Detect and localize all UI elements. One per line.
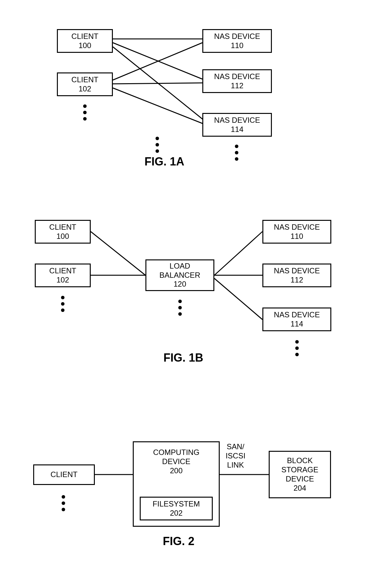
l3: LINK — [227, 461, 244, 469]
ref: 120 — [174, 280, 186, 289]
l2: STORAGE — [281, 465, 318, 475]
fig1b-dots-clients — [61, 296, 64, 312]
fig1a-client-100: CLIENT 100 — [57, 29, 113, 53]
fig1a-caption: FIG. 1A — [136, 155, 193, 168]
l3: DEVICE — [286, 475, 314, 484]
label: NAS DEVICE — [274, 223, 320, 232]
fig1a-nas-114: NAS DEVICE 114 — [202, 113, 272, 137]
label: NAS DEVICE — [214, 32, 260, 41]
ref: 110 — [291, 232, 303, 241]
ref: 112 — [231, 81, 243, 90]
fig2-dots-clients — [62, 495, 65, 511]
fig1a-dots-nas — [235, 145, 238, 161]
ref: 114 — [231, 125, 243, 134]
fig2-client: CLIENT — [33, 464, 95, 485]
l1: SAN/ — [227, 442, 244, 451]
fig1a-nas-110: NAS DEVICE 110 — [202, 29, 272, 53]
fig2-link-label: SAN/ ISCSI LINK — [221, 442, 250, 469]
fig1b-load-balancer: LOAD BALANCER 120 — [145, 259, 214, 291]
ref: 112 — [291, 276, 303, 285]
fig1b-nas-112: NAS DEVICE 112 — [262, 264, 331, 287]
label2: DEVICE — [162, 457, 190, 466]
label: LOAD — [169, 262, 190, 271]
label: NAS DEVICE — [274, 266, 320, 276]
label: FILESYSTEM — [153, 500, 200, 509]
label: CLIENT — [49, 266, 76, 276]
fig1a-dots-mid — [156, 137, 159, 153]
fig1b-nas-110: NAS DEVICE 110 — [262, 220, 331, 244]
fig1b-nas-114: NAS DEVICE 114 — [262, 308, 331, 331]
svg-line-2 — [113, 47, 204, 120]
label: COMPUTING — [153, 448, 199, 457]
label: CLIENT — [49, 223, 76, 232]
svg-line-10 — [214, 278, 262, 320]
svg-line-8 — [214, 232, 262, 275]
fig2-filesystem: FILESYSTEM 202 — [140, 497, 213, 520]
fig1b-dots-lb — [178, 300, 182, 316]
label: CLIENT — [51, 470, 77, 479]
ref: 202 — [170, 509, 182, 518]
label: NAS DEVICE — [274, 310, 320, 320]
svg-line-3 — [113, 43, 202, 80]
ref: 204 — [293, 484, 306, 493]
fig1a-dots-clients — [83, 104, 87, 121]
label: NAS DEVICE — [214, 116, 260, 125]
page: CLIENT 100 CLIENT 102 NAS DEVICE 110 NAS… — [0, 0, 392, 584]
ref: 100 — [78, 41, 91, 50]
label: NAS DEVICE — [214, 72, 260, 81]
svg-line-5 — [113, 88, 204, 124]
label2: BALANCER — [159, 271, 200, 280]
ref: 102 — [56, 276, 69, 285]
svg-line-4 — [113, 83, 202, 84]
fig1b-dots-nas — [295, 340, 299, 356]
svg-line-6 — [91, 232, 145, 275]
label: CLIENT — [71, 75, 98, 84]
fig2-block-storage: BLOCK STORAGE DEVICE 204 — [269, 451, 331, 498]
ref: 200 — [170, 466, 182, 475]
ref: 114 — [291, 320, 303, 329]
fig2-caption: FIG. 2 — [155, 535, 202, 548]
svg-line-1 — [113, 43, 202, 79]
ref: 100 — [56, 232, 69, 241]
fig1b-client-102: CLIENT 102 — [35, 264, 91, 287]
fig1a-nas-112: NAS DEVICE 112 — [202, 69, 272, 93]
l1: BLOCK — [287, 456, 313, 465]
fig1b-caption: FIG. 1B — [155, 351, 212, 364]
label: CLIENT — [71, 32, 98, 41]
l2: ISCSI — [226, 451, 246, 460]
ref: 102 — [78, 84, 91, 94]
fig1a-client-102: CLIENT 102 — [57, 72, 113, 96]
fig1b-client-100: CLIENT 100 — [35, 220, 91, 244]
ref: 110 — [231, 41, 243, 50]
